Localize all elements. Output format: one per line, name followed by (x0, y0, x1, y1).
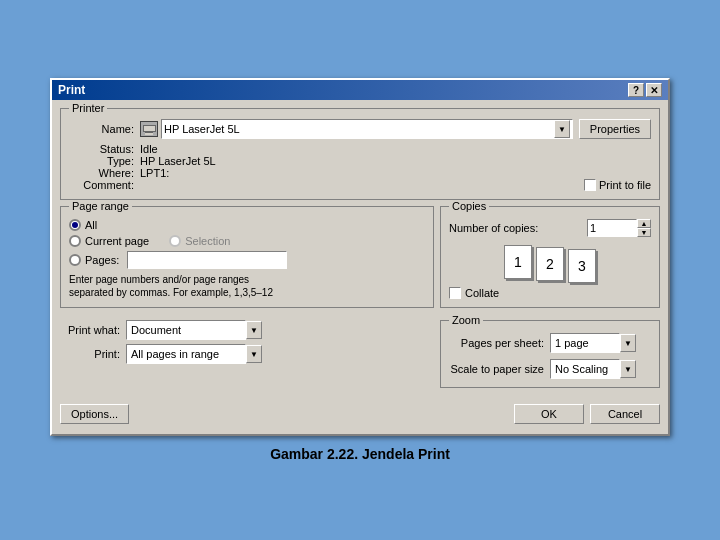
print-label: Print: (60, 348, 120, 360)
dialog-title: Print (58, 83, 85, 97)
footer-right: OK Cancel (514, 404, 660, 424)
print-to-file-wrapper: Print to file (584, 179, 651, 191)
copies-spinner: ▲ ▼ (587, 219, 651, 237)
print-arrow[interactable]: ▼ (246, 345, 262, 363)
printer-name-value: HP LaserJet 5L (164, 123, 554, 135)
pages-per-sheet-select[interactable]: 1 page ▼ (550, 333, 651, 353)
print-what-value: Document (126, 320, 246, 340)
spin-up-button[interactable]: ▲ (637, 219, 651, 228)
pages-label: Pages: (85, 254, 119, 266)
selection-radio[interactable] (169, 235, 181, 247)
pages-per-sheet-value: 1 page (550, 333, 620, 353)
pages-radio[interactable] (69, 254, 81, 266)
print-zoom-section: Print what: Document ▼ Print: All pages … (60, 320, 660, 394)
printer-icon (140, 121, 158, 137)
scale-select[interactable]: No Scaling ▼ (550, 359, 651, 379)
pages-row: Pages: (69, 251, 425, 269)
copy-page-2: 2 (536, 247, 564, 281)
current-page-radio-row: Current page (69, 235, 149, 247)
printer-info: Status: Idle Type: HP LaserJet 5L Where:… (69, 143, 651, 191)
print-to-file-checkbox[interactable] (584, 179, 596, 191)
zoom-group: Zoom Pages per sheet: 1 page ▼ Scale to … (440, 320, 660, 388)
status-label: Status: (69, 143, 134, 155)
type-label: Type: (69, 155, 134, 167)
printer-group-label: Printer (69, 102, 107, 114)
scale-label: Scale to paper size (449, 363, 544, 375)
current-selection-row: Current page Selection (69, 235, 425, 247)
page-range-label: Page range (69, 200, 132, 212)
print-select[interactable]: All pages in range ▼ (126, 344, 262, 364)
copies-number-label: Number of copies: (449, 222, 538, 234)
comment-row: Comment: (69, 179, 511, 191)
print-to-file-label: Print to file (599, 179, 651, 191)
copies-input-row: Number of copies: ▲ ▼ (449, 219, 651, 237)
all-radio[interactable] (69, 219, 81, 231)
zoom-group-label: Zoom (449, 314, 483, 326)
pages-hint: Enter page numbers and/or page rangessep… (69, 273, 425, 299)
current-page-label: Current page (85, 235, 149, 247)
all-label: All (85, 219, 97, 231)
caption: Gambar 2.22. Jendela Print (270, 446, 450, 462)
copies-group-label: Copies (449, 200, 489, 212)
middle-sections: Page range All Current page Selectio (60, 206, 660, 314)
status-value: Idle (140, 143, 158, 155)
print-row: Print: All pages in range ▼ (60, 344, 434, 364)
printer-group: Printer Name: HP LaserJet 5L ▼ Propertie… (60, 108, 660, 200)
dialog-content: Printer Name: HP LaserJet 5L ▼ Propertie… (52, 100, 668, 434)
print-dialog: Print ? ✕ Printer Name: HP LaserJet 5L (50, 78, 670, 436)
title-bar-buttons: ? ✕ (628, 83, 662, 97)
collate-label: Collate (465, 287, 499, 299)
copy-page-1: 1 (504, 245, 532, 279)
pages-input[interactable] (127, 251, 287, 269)
print-value: All pages in range (126, 344, 246, 364)
copies-section: Number of copies: ▲ ▼ 1 2 3 (449, 219, 651, 299)
selection-label: Selection (185, 235, 230, 247)
status-row: Status: Idle (69, 143, 511, 155)
copies-group: Copies Number of copies: ▲ ▼ (440, 206, 660, 308)
all-radio-row: All (69, 219, 425, 231)
cancel-button[interactable]: Cancel (590, 404, 660, 424)
printer-name-select[interactable]: HP LaserJet 5L ▼ (161, 119, 573, 139)
radio-group: All Current page Selection (69, 219, 425, 269)
collate-row: Collate (449, 287, 651, 299)
copies-input[interactable] (587, 219, 637, 237)
where-label: Where: (69, 167, 134, 179)
where-value: LPT1: (140, 167, 169, 179)
copy-page-3: 3 (568, 249, 596, 283)
print-what-row: Print what: Document ▼ (60, 320, 434, 340)
ok-button[interactable]: OK (514, 404, 584, 424)
properties-button[interactable]: Properties (579, 119, 651, 139)
spinner-buttons: ▲ ▼ (637, 219, 651, 237)
type-value: HP LaserJet 5L (140, 155, 216, 167)
pages-per-sheet-label: Pages per sheet: (449, 337, 544, 349)
page-range-group: Page range All Current page Selectio (60, 206, 434, 308)
print-what-arrow[interactable]: ▼ (246, 321, 262, 339)
name-label: Name: (69, 123, 134, 135)
where-row: Where: LPT1: (69, 167, 511, 179)
scale-arrow[interactable]: ▼ (620, 360, 636, 378)
scale-value: No Scaling (550, 359, 620, 379)
zoom-rows: Pages per sheet: 1 page ▼ Scale to paper… (449, 333, 651, 379)
options-button[interactable]: Options... (60, 404, 129, 424)
copies-page-icons: 1 2 3 (449, 245, 651, 283)
type-row: Type: HP LaserJet 5L (69, 155, 511, 167)
pages-per-sheet-arrow[interactable]: ▼ (620, 334, 636, 352)
print-to-file-section: Print to file (511, 143, 651, 191)
printer-name-row: Name: HP LaserJet 5L ▼ Properties (69, 119, 651, 139)
close-button[interactable]: ✕ (646, 83, 662, 97)
scale-row: Scale to paper size No Scaling ▼ (449, 359, 651, 379)
pages-per-sheet-row: Pages per sheet: 1 page ▼ (449, 333, 651, 353)
spin-down-button[interactable]: ▼ (637, 228, 651, 237)
selection-radio-row: Selection (169, 235, 230, 247)
print-what-print-section: Print what: Document ▼ Print: All pages … (60, 320, 434, 394)
dialog-footer: Options... OK Cancel (60, 400, 660, 426)
printer-name-select-wrapper: HP LaserJet 5L ▼ (140, 119, 573, 139)
title-bar: Print ? ✕ (52, 80, 668, 100)
collate-checkbox[interactable] (449, 287, 461, 299)
pages-radio-row: Pages: (69, 254, 119, 266)
print-what-select[interactable]: Document ▼ (126, 320, 262, 340)
help-button[interactable]: ? (628, 83, 644, 97)
print-what-label: Print what: (60, 324, 120, 336)
printer-name-dropdown-arrow[interactable]: ▼ (554, 120, 570, 138)
current-page-radio[interactable] (69, 235, 81, 247)
